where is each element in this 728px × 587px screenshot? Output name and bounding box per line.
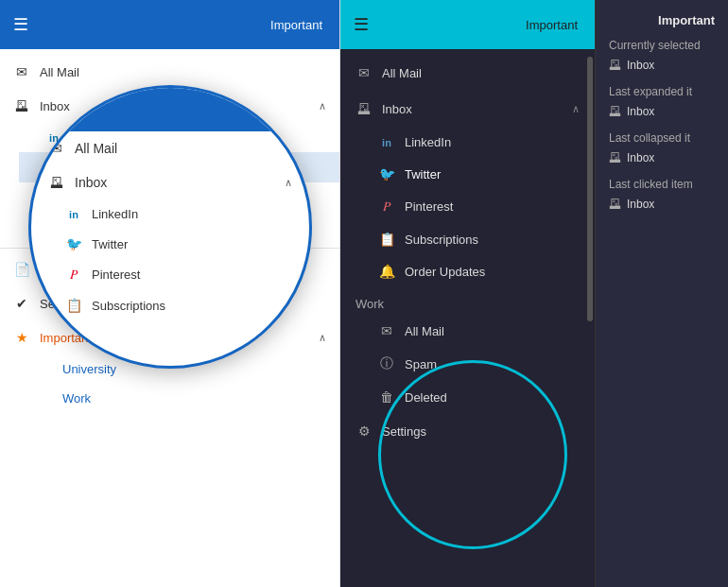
zoom-subscriptions[interactable]: 📋 Subscriptions: [31, 290, 309, 320]
right-nav: ✉ All Mail 🗳 Inbox ∧ in LinkedIn 🐦 Twit: [340, 49, 595, 455]
all-mail-label: All Mail: [40, 65, 326, 79]
left-panel: ☰ Important ✉ All Mail 🗳 Inbox ∧ in Link…: [0, 0, 340, 587]
right-settings-icon: ⚙: [355, 423, 373, 439]
right-inbox-icon: 🗳: [355, 101, 373, 116]
inbox-icon: 🗳: [13, 98, 30, 113]
right-deleted-icon: 🗑: [378, 389, 395, 405]
zoom-popup-inner: ☰ ✉ All Mail 🗳 Inbox ∧ in: [31, 88, 309, 320]
info-currently-selected: Currently selected 🗳 Inbox: [609, 39, 715, 72]
last-expanded-badge: 🗳 Inbox: [609, 104, 715, 118]
zoom-chevron-icon: ∧: [285, 177, 292, 189]
right-inbox-label: Inbox: [382, 102, 563, 116]
zoom-inbox-sub: in LinkedIn 🐦 Twitter 𝑃 Pinterest 📋: [31, 199, 309, 320]
right-nav-subscriptions[interactable]: 📋 Subscriptions: [350, 223, 595, 255]
currently-selected-badge: 🗳 Inbox: [609, 58, 715, 72]
right-spam-label: Spam: [405, 357, 580, 371]
right-spam-icon: ⓘ: [378, 355, 395, 372]
zoom-twitter[interactable]: 🐦 Twitter: [31, 229, 309, 259]
right-nav-inbox[interactable]: 🗳 Inbox ∧: [340, 91, 595, 127]
nav-item-work-left[interactable]: Work: [19, 384, 339, 413]
inbox-collapsed-icon: 🗳: [609, 150, 621, 164]
right-twitter-label: Twitter: [405, 167, 580, 181]
last-clicked-badge: 🗳 Inbox: [609, 197, 715, 211]
zoom-pinterest-icon: 𝑃: [65, 267, 82, 283]
left-header-label: Important: [270, 18, 322, 32]
right-all-mail-label: All Mail: [382, 66, 580, 80]
right-nav-order-updates[interactable]: 🔔 Order Updates: [350, 255, 595, 287]
last-expanded-value: Inbox: [627, 105, 654, 118]
zoom-pinterest[interactable]: 𝑃 Pinterest: [31, 259, 309, 290]
right-nav-twitter[interactable]: 🐦 Twitter: [350, 158, 595, 190]
info-last-collapsed: Last collapsed it 🗳 Inbox: [609, 131, 715, 164]
drafts-icon: 📄: [13, 262, 30, 277]
right-nav-linkedin[interactable]: in LinkedIn: [350, 127, 595, 158]
star-icon: ★: [13, 330, 30, 345]
right-header: ☰ Important: [340, 0, 595, 49]
right-order-updates-label: Order Updates: [405, 265, 580, 279]
right-linkedin-icon: in: [378, 137, 395, 148]
right-work-section: Work: [340, 287, 595, 315]
info-last-clicked: Last clicked item 🗳 Inbox: [609, 178, 715, 211]
right-order-updates-icon: 🔔: [378, 264, 395, 279]
right-linkedin-label: LinkedIn: [405, 135, 580, 149]
info-last-expanded: Last expanded it 🗳 Inbox: [609, 85, 715, 118]
last-collapsed-value: Inbox: [627, 151, 654, 164]
chevron-down-icon: ∧: [319, 100, 326, 112]
zoom-linkedin-label: LinkedIn: [92, 207, 292, 221]
right-info-panel: Important Currently selected 🗳 Inbox Las…: [596, 0, 728, 587]
right-work-sub: ✉ All Mail ⓘ Spam 🗑 Deleted: [340, 315, 595, 413]
nav-item-all-mail[interactable]: ✉ All Mail: [0, 55, 339, 89]
info-panel-title: Important: [609, 13, 715, 27]
left-header: ☰ Important: [0, 0, 339, 49]
inbox-expanded-icon: 🗳: [609, 104, 621, 118]
right-header-label: Important: [526, 18, 578, 32]
last-expanded-label: Last expanded it: [609, 85, 715, 98]
last-collapsed-badge: 🗳 Inbox: [609, 150, 715, 164]
zoom-subscriptions-label: Subscriptions: [92, 299, 292, 313]
zoom-linkedin-icon: in: [65, 209, 82, 220]
zoom-all-mail-label: All Mail: [75, 141, 292, 156]
inbox-badge-icon: 🗳: [609, 58, 621, 72]
right-work-mail-icon: ✉: [378, 323, 395, 338]
zoom-popup-nav: ✉ All Mail 🗳 Inbox ∧ in LinkedIn: [31, 131, 309, 320]
right-nav-settings[interactable]: ⚙ Settings: [340, 413, 595, 449]
right-settings-label: Settings: [382, 424, 580, 439]
right-nav-panel: ☰ Important ✉ All Mail 🗳 Inbox ∧ in Link…: [340, 0, 596, 587]
currently-selected-value: Inbox: [627, 59, 654, 72]
zoom-linkedin[interactable]: in LinkedIn: [31, 199, 309, 229]
hamburger-icon[interactable]: ☰: [13, 14, 28, 35]
zoom-inbox[interactable]: 🗳 Inbox ∧: [31, 165, 309, 199]
chevron-important-icon: ∧: [319, 332, 326, 344]
zoom-all-mail[interactable]: ✉ All Mail: [31, 131, 309, 165]
right-nav-deleted[interactable]: 🗑 Deleted: [350, 381, 595, 413]
last-clicked-label: Last clicked item: [609, 178, 715, 191]
right-subscriptions-icon: 📋: [378, 232, 395, 247]
right-nav-all-mail[interactable]: ✉ All Mail: [340, 55, 595, 91]
right-hamburger-icon[interactable]: ☰: [354, 14, 369, 35]
right-nav-work-all-mail[interactable]: ✉ All Mail: [350, 315, 595, 347]
right-nav-spam[interactable]: ⓘ Spam: [350, 347, 595, 381]
right-pinterest-icon: 𝑃: [378, 199, 395, 215]
zoom-twitter-label: Twitter: [92, 237, 292, 251]
zoom-inbox-icon: 🗳: [48, 175, 65, 190]
zoom-subscriptions-icon: 📋: [65, 298, 82, 313]
right-work-label: Work: [355, 297, 384, 311]
right-nav-pinterest[interactable]: 𝑃 Pinterest: [350, 190, 595, 223]
right-mail-icon: ✉: [355, 65, 373, 80]
zoom-twitter-icon: 🐦: [65, 236, 82, 251]
currently-selected-label: Currently selected: [609, 39, 715, 52]
inbox-clicked-icon: 🗳: [609, 197, 621, 211]
right-subscriptions-label: Subscriptions: [405, 233, 580, 247]
zoom-inbox-label: Inbox: [75, 175, 275, 190]
last-clicked-value: Inbox: [627, 198, 654, 211]
right-chevron-inbox-icon: ∧: [572, 103, 580, 115]
right-pinterest-label: Pinterest: [405, 199, 580, 214]
work-left-label: Work: [45, 391, 326, 406]
last-collapsed-label: Last collapsed it: [609, 131, 715, 145]
right-work-all-mail-label: All Mail: [405, 324, 580, 338]
right-deleted-label: Deleted: [405, 390, 580, 405]
right-inbox-sub: in LinkedIn 🐦 Twitter 𝑃 Pinterest 📋 Subs…: [340, 127, 595, 287]
mail-icon: ✉: [13, 64, 30, 79]
zoom-popup: ☰ ✉ All Mail 🗳 Inbox ∧ in: [28, 85, 312, 369]
right-twitter-icon: 🐦: [378, 166, 395, 181]
